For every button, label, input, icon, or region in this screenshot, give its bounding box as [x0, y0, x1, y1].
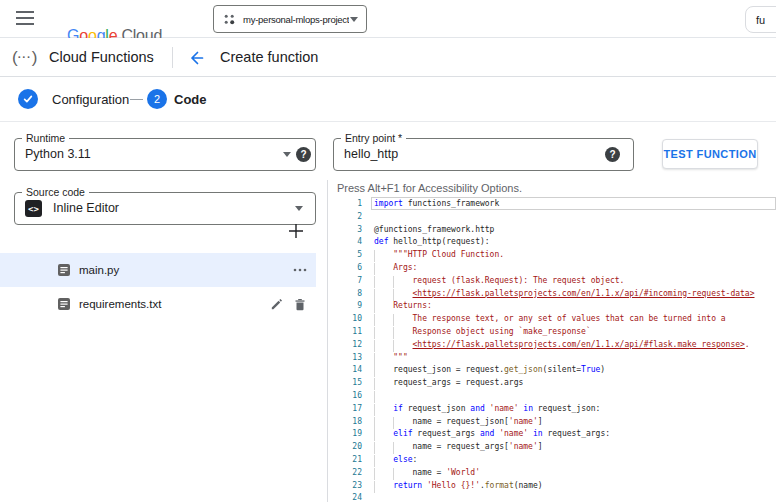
code-line-15[interactable]: request_args = request.args — [374, 377, 523, 390]
code-token: name = request_args[ — [413, 442, 509, 451]
line-number: 24 — [337, 492, 362, 502]
indent-guide — [393, 468, 394, 480]
code-line-5[interactable]: """HTTP Cloud Function. — [374, 249, 504, 262]
back-arrow-icon — [187, 49, 205, 67]
code-line-6[interactable]: Args: — [374, 262, 417, 275]
code-token: 'name' — [509, 442, 538, 451]
line-number: 2 — [337, 211, 362, 224]
back-button[interactable] — [187, 49, 205, 67]
code-line-14[interactable]: request_json = request.get_json(silent=T… — [374, 364, 605, 377]
accessibility-hint: Press Alt+F1 for Accessibility Options. — [337, 182, 522, 194]
code-line-17[interactable]: if request_json and 'name' in request_js… — [374, 403, 600, 416]
project-name: my-personal-mlops-project — [243, 14, 349, 25]
step-configuration-label[interactable]: Configuration — [52, 77, 129, 122]
add-file-button[interactable] — [286, 221, 306, 241]
step-configuration-complete[interactable] — [18, 89, 38, 109]
entry-point-help-icon[interactable]: ? — [605, 147, 620, 162]
code-line-4[interactable]: def hello_http(request): — [374, 236, 490, 249]
indent-guide — [374, 481, 375, 493]
code-token: The response text, or any set of values … — [413, 314, 726, 323]
indent-guide — [374, 429, 375, 441]
code-token: elif — [393, 429, 412, 438]
code-text: else: — [374, 454, 417, 467]
inline-editor-icon: <> — [25, 200, 42, 217]
pencil-icon — [270, 298, 283, 311]
indent-guide — [374, 391, 375, 403]
code-editor[interactable]: 1import functions_framework23@functions_… — [327, 194, 776, 502]
code-token: True — [581, 365, 600, 374]
code-line-7[interactable]: request (flask.Request): The request obj… — [374, 275, 624, 288]
page-title: Create function — [220, 38, 318, 76]
line-number: 8 — [337, 288, 362, 301]
code-line-21[interactable]: else: — [374, 454, 417, 467]
indent-guide — [374, 442, 375, 454]
code-line-18[interactable]: name = request_json['name'] — [374, 416, 543, 429]
code-line-12[interactable]: <https://flask.palletsprojects.com/en/1.… — [374, 339, 750, 352]
code-token: Returns: — [393, 301, 432, 310]
project-selector[interactable]: my-personal-mlops-project — [213, 5, 367, 33]
indent-guide — [374, 263, 375, 275]
code-line-10[interactable]: The response text, or any set of values … — [374, 313, 726, 326]
code-line-22[interactable]: name = 'World' — [374, 467, 480, 480]
line-number: 1 — [337, 198, 362, 211]
indent-guide — [374, 455, 375, 467]
line-number: 18 — [337, 416, 362, 429]
line-number: 12 — [337, 339, 362, 352]
search-text: fu — [756, 14, 765, 26]
code-token: 'World' — [446, 468, 480, 477]
code-token: return — [393, 481, 422, 490]
code-line-13[interactable]: """ — [374, 352, 408, 365]
code-line-3[interactable]: @functions_framework.http — [374, 224, 494, 237]
indent-guide — [374, 289, 375, 301]
code-token: <https://flask.palletsprojects.com/en/1.… — [413, 340, 745, 349]
step-code-badge[interactable]: 2 — [147, 89, 167, 109]
chevron-down-icon — [350, 17, 358, 22]
code-line-23[interactable]: return 'Hello {}!'.format(name) — [374, 480, 543, 493]
file-row-main-py[interactable]: main.py — [0, 253, 316, 287]
test-function-button[interactable]: TEST FUNCTION — [662, 139, 758, 169]
code-token: request_json = request. — [393, 365, 504, 374]
code-line-11[interactable]: Response object using `make_response` — [374, 326, 591, 339]
code-token: if — [393, 404, 403, 413]
code-text: <https://flask.palletsprojects.com/en/1.… — [374, 339, 750, 352]
top-app-bar: GoogleCloud my-personal-mlops-project fu — [0, 0, 776, 38]
code-line-9[interactable]: Returns: — [374, 300, 432, 313]
code-token: name = — [413, 468, 447, 477]
code-text: name = request_args['name'] — [374, 441, 543, 454]
code-line-19[interactable]: elif request_args and 'name' in request_… — [374, 428, 610, 441]
line-number: 7 — [337, 275, 362, 288]
code-token: name = request_json[ — [413, 417, 509, 426]
code-text: elif request_args and 'name' in request_… — [374, 428, 610, 441]
code-line-1[interactable]: import functions_framework — [374, 198, 499, 211]
indent-guide — [374, 417, 375, 429]
code-text: """ — [374, 352, 408, 365]
code-text: The response text, or any set of values … — [374, 313, 726, 326]
code-text: """HTTP Cloud Function. — [374, 249, 504, 262]
code-token: 'Hello {}!' — [427, 481, 480, 490]
code-token: get_json — [504, 365, 543, 374]
line-number: 15 — [337, 377, 362, 390]
code-token: ] — [538, 417, 543, 426]
file-name: main.py — [79, 264, 119, 276]
line-number: 20 — [337, 441, 362, 454]
runtime-help-icon[interactable]: ? — [296, 147, 311, 162]
file-row-requirements-txt[interactable]: requirements.txt — [0, 287, 316, 321]
hamburger-menu-icon[interactable] — [16, 11, 34, 27]
code-text: Response object using `make_response` — [374, 326, 591, 339]
code-token: def — [374, 237, 388, 246]
indent-guide — [374, 404, 375, 416]
line-number: 3 — [337, 224, 362, 237]
project-icon — [223, 13, 236, 26]
code-line-20[interactable]: name = request_args['name'] — [374, 441, 543, 454]
edit-file-button[interactable] — [268, 296, 284, 312]
search-input[interactable]: fu — [745, 6, 776, 33]
file-more-button[interactable] — [292, 262, 308, 278]
delete-file-button[interactable] — [292, 296, 308, 312]
indent-guide — [393, 442, 394, 454]
code-line-8[interactable]: <https://flask.palletsprojects.com/en/1.… — [374, 288, 754, 301]
code-text: request_json = request.get_json(silent=T… — [374, 364, 605, 377]
code-token: import — [374, 199, 403, 208]
code-token: format — [485, 481, 514, 490]
line-number: 23 — [337, 480, 362, 493]
line-number: 22 — [337, 467, 362, 480]
